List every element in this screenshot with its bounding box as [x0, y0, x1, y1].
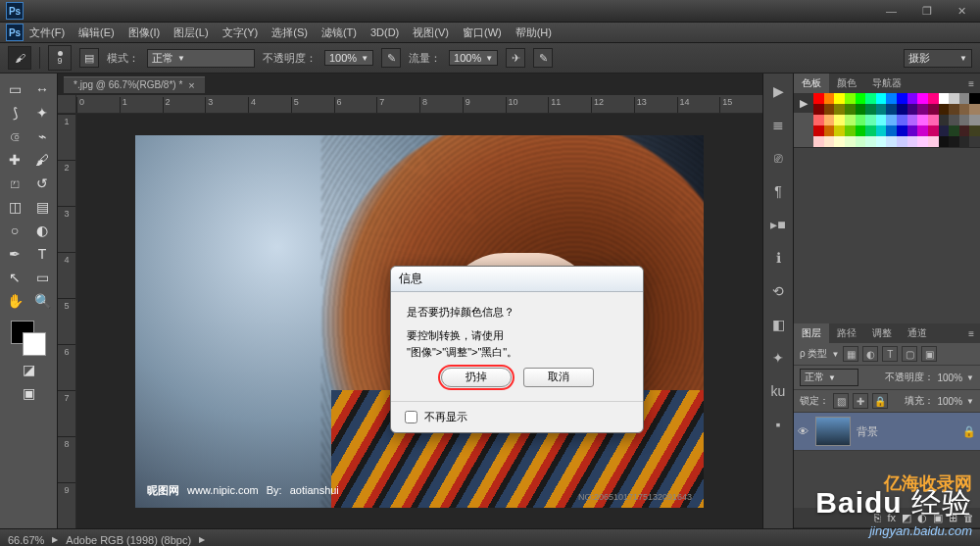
color-swatch[interactable]: [959, 125, 970, 136]
color-swatch[interactable]: [834, 125, 845, 136]
color-swatch[interactable]: [856, 115, 866, 125]
menu-layer[interactable]: 图层(L): [173, 25, 208, 40]
layer-opacity-value[interactable]: 100%: [938, 372, 963, 383]
color-swatch[interactable]: [813, 136, 824, 147]
layer-blend-select[interactable]: 正常 ▼: [800, 369, 858, 386]
color-swatch[interactable]: [834, 93, 845, 104]
chevron-right-icon[interactable]: ▶: [199, 535, 205, 544]
color-swatch[interactable]: [813, 104, 824, 115]
screen-mode-icon[interactable]: ▣: [1, 381, 56, 405]
info-panel-icon[interactable]: ℹ: [768, 248, 788, 268]
layer-row-background[interactable]: 👁 背景 🔒: [794, 413, 980, 451]
color-swatch[interactable]: [897, 93, 907, 104]
color-swatch[interactable]: [959, 136, 970, 147]
link-layers-icon[interactable]: ⎘: [874, 512, 881, 523]
color-swatch[interactable]: [834, 104, 845, 115]
color-swatch[interactable]: [959, 93, 970, 104]
shape-tool[interactable]: ▭: [28, 266, 56, 289]
new-layer-icon[interactable]: ⊞: [949, 512, 957, 524]
layer-thumbnail[interactable]: [815, 417, 851, 446]
color-swatch[interactable]: [907, 125, 918, 136]
zoom-level[interactable]: 66.67%: [8, 534, 44, 546]
color-swatch[interactable]: [865, 136, 876, 147]
color-swatch[interactable]: [845, 104, 856, 115]
color-swatch[interactable]: [917, 104, 928, 115]
visibility-eye-icon[interactable]: 👁: [798, 425, 815, 437]
color-swatch[interactable]: [845, 115, 856, 125]
chevron-right-icon[interactable]: ▶: [52, 535, 58, 544]
color-swatch[interactable]: [939, 136, 950, 147]
color-swatch[interactable]: [897, 104, 907, 115]
add-mask-icon[interactable]: ◩: [902, 512, 911, 524]
ruler-vertical[interactable]: 123456789: [58, 114, 76, 528]
tab-paths[interactable]: 路径: [829, 323, 864, 343]
color-swatch[interactable]: [969, 93, 980, 104]
color-swatch[interactable]: [917, 136, 928, 147]
color-swatch[interactable]: [917, 115, 928, 125]
canvas[interactable]: 昵图网 www.nipic.com By: aotianshui NO:2065…: [76, 114, 762, 528]
hand-tool[interactable]: ✋: [1, 289, 28, 313]
color-swatch[interactable]: [939, 93, 950, 104]
color-swatch[interactable]: [856, 136, 866, 147]
color-swatch[interactable]: [939, 125, 950, 136]
brush-panel-toggle-icon[interactable]: ▤: [79, 48, 99, 68]
color-swatch[interactable]: [949, 104, 959, 115]
color-swatch[interactable]: [845, 125, 856, 136]
color-swatch[interactable]: [907, 104, 918, 115]
layer-fx-icon[interactable]: fx: [887, 512, 896, 523]
filter-text-icon[interactable]: T: [882, 346, 898, 362]
options-panel-icon[interactable]: ⎚: [768, 148, 788, 168]
filter-adjust-icon[interactable]: ◐: [862, 346, 878, 362]
tablet-pressure-icon[interactable]: ✎: [533, 48, 553, 68]
menu-view[interactable]: 视图(V): [413, 25, 449, 40]
color-swatch[interactable]: [865, 125, 876, 136]
color-swatch[interactable]: [813, 125, 824, 136]
wand-tool[interactable]: ✦: [28, 101, 56, 124]
brush-preset-picker[interactable]: 9: [48, 45, 72, 71]
marquee-tool[interactable]: ▭: [1, 77, 28, 101]
filter-smart-icon[interactable]: ▣: [921, 346, 937, 362]
panel-menu-icon[interactable]: ≡: [960, 75, 980, 92]
tab-channels[interactable]: 通道: [900, 323, 935, 343]
color-swatch[interactable]: [969, 136, 980, 147]
ruler-origin[interactable]: [58, 95, 76, 114]
color-swatch[interactable]: [928, 93, 939, 104]
timeline-panel-icon[interactable]: ≣: [768, 115, 788, 134]
blend-mode-select[interactable]: 正常 ▼: [147, 49, 255, 68]
eraser-tool[interactable]: ◫: [1, 195, 28, 219]
color-swatch[interactable]: [845, 136, 856, 147]
color-swatch[interactable]: [876, 115, 887, 125]
color-swatch[interactable]: [856, 104, 866, 115]
panel-menu-icon[interactable]: ≡: [960, 325, 980, 342]
color-swatch[interactable]: [949, 136, 959, 147]
background-color-swatch[interactable]: [23, 332, 46, 356]
new-adjust-icon[interactable]: ◐: [917, 512, 927, 524]
menu-window[interactable]: 窗口(W): [463, 25, 502, 40]
color-swatch[interactable]: [907, 115, 918, 125]
color-swatch[interactable]: [949, 93, 959, 104]
brush-tool[interactable]: 🖌: [28, 148, 56, 172]
color-swatch[interactable]: [928, 125, 939, 136]
color-swatch[interactable]: [813, 93, 824, 104]
lasso-tool[interactable]: ⟆: [1, 101, 28, 124]
tab-close-icon[interactable]: ×: [188, 79, 194, 91]
color-swatch[interactable]: [824, 115, 835, 125]
move-tool[interactable]: ↔: [28, 77, 56, 101]
history-panel-icon[interactable]: ⟲: [768, 281, 788, 301]
menu-help[interactable]: 帮助(H): [515, 25, 552, 40]
color-swatch[interactable]: [856, 93, 866, 104]
actions-panel-icon[interactable]: ▸■: [768, 215, 788, 234]
color-swatch[interactable]: [897, 115, 907, 125]
document-tab[interactable]: *.jpg @ 66.7%(RGB/8*) * ×: [64, 76, 205, 93]
brushes-panel-icon[interactable]: ✦: [768, 348, 788, 368]
color-swatches[interactable]: [9, 319, 48, 358]
heal-tool[interactable]: ✚: [1, 148, 28, 172]
menu-3d[interactable]: 3D(D): [370, 26, 399, 38]
color-swatch[interactable]: [917, 125, 928, 136]
delete-layer-icon[interactable]: 🗑: [963, 512, 974, 523]
color-swatch[interactable]: [824, 125, 835, 136]
menu-filter[interactable]: 滤镜(T): [321, 25, 357, 40]
properties-panel-icon[interactable]: ◧: [768, 315, 788, 334]
quick-mask-icon[interactable]: ◪: [1, 358, 56, 381]
menu-edit[interactable]: 编辑(E): [78, 25, 115, 40]
